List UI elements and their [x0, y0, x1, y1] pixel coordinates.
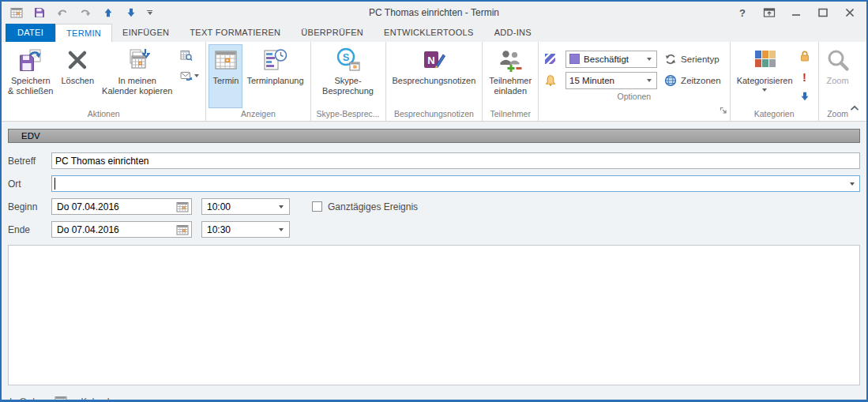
customize-qat-icon[interactable] [147, 10, 152, 15]
high-importance-button[interactable]: ! [802, 71, 806, 83]
ribbon: Speichern & schließen Löschen In meinen … [2, 42, 866, 122]
redo-icon[interactable] [78, 6, 92, 20]
low-importance-button[interactable] [799, 91, 810, 102]
reminder-bell-icon [544, 74, 557, 87]
skype-icon [336, 47, 361, 73]
ribbon-tab-row: DATEI TERMIN EINFÜGEN TEXT FORMATIEREN Ü… [2, 24, 866, 42]
save-close-button[interactable]: Speichern & schließen [4, 44, 57, 108]
move-up-icon[interactable] [101, 6, 115, 20]
onenote-icon [421, 47, 446, 73]
forward-button[interactable] [180, 70, 199, 82]
ort-dropdown-icon[interactable] [850, 182, 855, 186]
forward-icon [180, 70, 193, 82]
ort-label: Ort [8, 178, 51, 190]
beginn-time-input[interactable]: 10:00 [201, 198, 290, 215]
categorize-button[interactable]: Kategorisieren [733, 44, 797, 108]
quick-access-toolbar [2, 6, 152, 20]
categorize-label: Kategorisieren [737, 76, 793, 86]
beginn-time-value: 10:00 [207, 201, 231, 212]
private-lock-icon [798, 50, 811, 62]
termin-calendar-icon [213, 47, 239, 73]
datepicker-calendar-icon [176, 224, 189, 236]
termin-button[interactable]: Termin [209, 44, 242, 108]
invite-attendees-button[interactable]: Teilnehmer einladen [485, 44, 535, 108]
save-icon[interactable] [32, 6, 47, 20]
invite-label-2: einladen [494, 86, 527, 96]
undo-icon[interactable] [55, 6, 70, 20]
beginn-date-input[interactable]: Do 07.04.2016 [51, 198, 192, 215]
zoom-magnifier-icon [825, 47, 851, 73]
timezones-label: Zeitzonen [681, 76, 721, 85]
ende-time-value: 10:30 [207, 224, 231, 235]
recurrence-button[interactable]: Serientyp [661, 51, 724, 67]
options-dialog-launcher-icon[interactable] [720, 103, 727, 118]
attendees-icon [498, 47, 523, 73]
private-lock-button[interactable] [798, 50, 811, 62]
save-close-label-1: Speichern [11, 76, 51, 86]
skype-label-1: Skype- [334, 76, 361, 86]
ende-date-input[interactable]: Do 07.04.2016 [51, 221, 192, 238]
in-folder-label: In Ordner [9, 396, 48, 402]
copy-to-calendar-button[interactable]: In meinen Kalender kopieren [98, 44, 176, 108]
tab-entwicklertools[interactable]: ENTWICKLERTOOLS [374, 24, 484, 42]
terminplanung-button[interactable]: Terminplanung [242, 44, 307, 108]
zoom-label: Zoom [827, 76, 849, 86]
tab-einfuegen[interactable]: EINFÜGEN [112, 24, 179, 42]
group-kategorien: Kategorisieren ! Kategorien [731, 42, 819, 121]
appointment-window: PC Thomas einrichten - Termin ? DATEI TE… [0, 0, 868, 402]
minimize-icon[interactable] [786, 5, 806, 21]
betreff-input[interactable] [51, 152, 860, 169]
busy-swatch [569, 54, 580, 64]
maximize-icon[interactable] [813, 5, 833, 21]
tab-termin[interactable]: TERMIN [55, 24, 112, 42]
group-label-skype: Skype-Besprec... [312, 108, 385, 121]
tab-add-ins[interactable]: ADD-INS [484, 24, 542, 42]
appointment-body-input[interactable] [8, 245, 860, 385]
move-down-icon[interactable] [124, 6, 138, 20]
folder-statusbar: In Ordner Kalender [8, 391, 860, 402]
beginn-date-value: Do 07.04.2016 [57, 201, 119, 212]
delete-button[interactable]: Löschen [57, 44, 98, 108]
recurrence-label: Serientyp [681, 54, 720, 64]
ribbon-display-options-icon[interactable] [759, 5, 780, 21]
ende-datepicker-button[interactable] [174, 222, 191, 237]
group-label-anzeigen: Anzeigen [207, 108, 309, 121]
show-as-combobox[interactable]: Beschäftigt [566, 51, 657, 68]
timezones-button[interactable]: Zeitzonen [661, 73, 724, 88]
reminder-dropdown-icon [647, 79, 652, 82]
help-icon[interactable]: ? [732, 5, 753, 21]
group-label-aktionen: Aktionen [2, 108, 205, 121]
lookup-calendar-icon [180, 49, 193, 62]
reminder-combobox[interactable]: 15 Minuten [566, 72, 657, 89]
categorize-dropdown-icon [762, 88, 767, 92]
meeting-notes-button[interactable]: Besprechungsnotizen [389, 44, 480, 108]
category-bar: EDV [8, 129, 860, 143]
delete-x-icon [65, 47, 90, 73]
invite-label-1: Teilnehmer [489, 76, 532, 86]
folder-calendar-icon [54, 395, 67, 402]
forward-dropdown-icon [194, 74, 199, 77]
categorize-grid-icon [752, 47, 777, 73]
all-day-checkbox[interactable] [312, 201, 322, 212]
ort-input[interactable] [51, 175, 860, 192]
tab-ueberpruefen[interactable]: ÜBERPRÜFEN [291, 24, 374, 42]
beginn-datepicker-button[interactable] [174, 199, 191, 214]
tab-datei[interactable]: DATEI [6, 24, 55, 42]
text-caret [54, 178, 55, 190]
group-anzeigen: Termin Terminplanung Anzeigen [206, 42, 310, 121]
group-label-besprechungsnotizen: Besprechungsnotizen [387, 108, 482, 121]
collapse-ribbon-icon[interactable] [850, 100, 859, 115]
close-icon[interactable] [840, 5, 860, 21]
group-besprechungsnotizen: Besprechungsnotizen Besprechungsnotizen [386, 42, 483, 121]
lookup-calendar-button[interactable] [180, 49, 199, 62]
titlebar: PC Thomas einrichten - Termin ? [2, 2, 866, 24]
beginn-time-dropdown-icon[interactable] [279, 205, 284, 209]
appointment-form: EDV Betreff Ort Beginn Do 07.04.2016 10:… [2, 122, 866, 402]
termin-label: Termin [212, 76, 239, 86]
appointment-icon[interactable] [9, 6, 24, 20]
group-optionen: Beschäftigt Serientyp 15 Minuten Zeitzon… [539, 42, 731, 121]
skype-meeting-button[interactable]: Skype- Besprechung [318, 44, 378, 108]
tab-text-formatieren[interactable]: TEXT FORMATIEREN [179, 24, 291, 42]
ende-time-input[interactable]: 10:30 [201, 221, 290, 238]
ende-time-dropdown-icon[interactable] [279, 228, 284, 231]
